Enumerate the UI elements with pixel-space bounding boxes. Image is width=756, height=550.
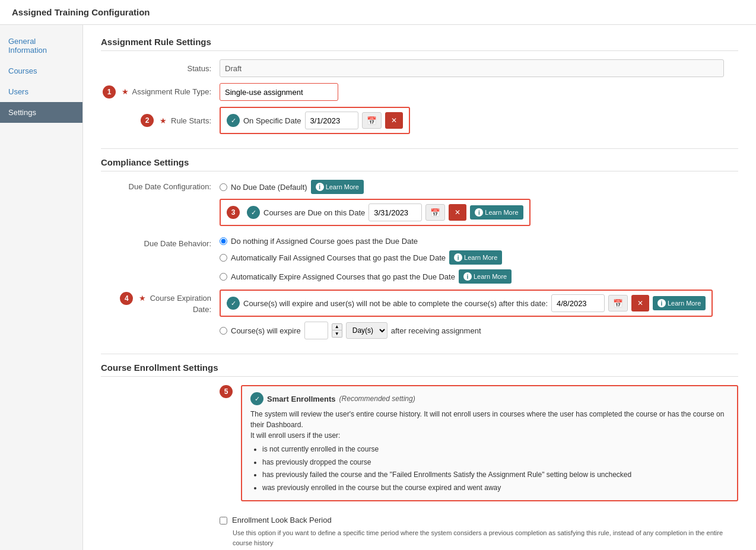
days-spinner: ▲ ▼ (332, 323, 342, 338)
info-icon-2: i (475, 208, 483, 217)
rule-starts-label: 2 ★ Rule Starts: (101, 114, 220, 127)
learn-more-button-3[interactable]: i Learn More (449, 250, 502, 265)
expiration-date-input[interactable] (551, 294, 605, 312)
step-badge-3: 3 (227, 206, 240, 219)
step-badge-1: 1 (103, 85, 116, 98)
due-date-behavior-row: Due Date Behavior: Do nothing if Assigne… (101, 237, 738, 284)
courses-due-box: 3 ✓ Courses are Due on this Date 📅 ✕ i L… (220, 199, 531, 226)
smart-enrollment-row: 5 ✓ Smart Enrollments (Recommended setti… (220, 385, 738, 507)
learn-more-button-2[interactable]: i Learn More (470, 205, 523, 220)
courses-due-calendar-button[interactable]: 📅 (425, 204, 445, 221)
course-expiration-label: 4 ★ Course Expiration Date: (101, 290, 220, 314)
page-title: Assigned Training Configuration (12, 7, 150, 17)
info-icon-1: i (316, 183, 324, 191)
info-icon-4: i (463, 272, 472, 281)
sidebar-item-courses[interactable]: Courses (0, 61, 82, 81)
smart-enrollment-title: Smart Enrollments (267, 395, 336, 403)
lookback-checkbox[interactable] (220, 517, 227, 524)
no-due-date-radio[interactable] (220, 183, 227, 191)
due-date-behavior-label: Due Date Behavior: (101, 237, 220, 248)
rule-starts-calendar-button[interactable]: 📅 (362, 112, 382, 129)
courses-due-label: Courses are Due on this Date (263, 208, 365, 217)
no-due-date-row: No Due Date (Default) i Learn More (220, 180, 531, 194)
rule-type-row: 1 ★ Assignment Rule Type: (101, 83, 738, 101)
assignment-rule-settings-section: Assignment Rule Settings Status: 1 ★ Ass… (101, 37, 738, 134)
behavior-option3-radio[interactable] (220, 273, 227, 281)
courses-will-expire-label: Course(s) will expire (231, 326, 301, 335)
behavior-option2-radio[interactable] (220, 254, 227, 262)
smart-bullet-3: has previously failed the course and the… (262, 469, 729, 482)
smart-enrollment-desc1: The system will review the user's entire… (250, 409, 729, 430)
smart-enrollment-header: ✓ Smart Enrollments (Recommended setting… (250, 392, 729, 405)
enrollment-settings-section: Course Enrollment Settings 5 ✓ Smart Enr… (101, 363, 738, 550)
smart-bullet-2: has previously dropped the course (262, 456, 729, 469)
learn-more-button-5[interactable]: i Learn More (653, 296, 706, 310)
days-decrement-button[interactable]: ▼ (332, 330, 342, 338)
page-wrapper: Assigned Training Configuration General … (0, 0, 756, 550)
expiration-clear-button[interactable]: ✕ (631, 295, 649, 311)
step-badge-5: 5 (220, 385, 233, 398)
courses-due-row: 3 ✓ Courses are Due on this Date 📅 ✕ i L… (220, 199, 531, 226)
expiration-calendar-button[interactable]: 📅 (608, 295, 628, 311)
required-star-2: ★ (160, 116, 167, 125)
course-expiration-options: ✓ Course(s) will expire and user(s) will… (220, 290, 713, 339)
behavior-option1-radio[interactable] (220, 237, 227, 245)
compliance-settings-section: Compliance Settings Due Date Configurati… (101, 157, 738, 339)
behavior-option2-row: Automatically Fail Assigned Courses that… (220, 250, 512, 265)
smart-bullet-4: was previously enrolled in the course bu… (262, 482, 729, 495)
courses-will-expire-radio[interactable] (220, 327, 227, 335)
required-star-4: ★ (139, 294, 146, 303)
course-expiration-row: 4 ★ Course Expiration Date: ✓ Course(s) … (101, 290, 738, 339)
course-expiration-box: ✓ Course(s) will expire and user(s) will… (220, 290, 713, 317)
compliance-settings-title: Compliance Settings (101, 157, 738, 171)
divider-2 (101, 354, 738, 354)
smart-enrollment-box: ✓ Smart Enrollments (Recommended setting… (241, 385, 738, 501)
main-layout: General Information Courses Users Settin… (0, 25, 756, 550)
due-date-config-row: Due Date Configuration: No Due Date (Def… (101, 180, 738, 231)
rule-starts-check-icon: ✓ (227, 114, 240, 127)
sidebar-item-users[interactable]: Users (0, 81, 82, 102)
days-unit-select[interactable]: Day(s) (346, 322, 387, 339)
courses-due-check-icon: ✓ (247, 206, 260, 219)
assignment-rule-settings-title: Assignment Rule Settings (101, 37, 738, 51)
lookback-area: Enrollment Look Back Period Use this opt… (220, 516, 738, 548)
status-label: Status: (101, 64, 220, 73)
expiration-desc-label: Course(s) will expire and user(s) will n… (243, 299, 548, 308)
step-badge-2: 2 (141, 114, 154, 127)
rule-starts-date-input[interactable] (305, 112, 358, 129)
no-due-date-label: No Due Date (Default) (231, 183, 307, 192)
due-date-config-label: Due Date Configuration: (101, 180, 220, 191)
sidebar: General Information Courses Users Settin… (0, 25, 83, 550)
learn-more-button-1[interactable]: i Learn More (311, 180, 364, 194)
learn-more-button-4[interactable]: i Learn More (459, 269, 512, 284)
days-increment-button[interactable]: ▲ (332, 323, 342, 330)
smart-enrollment-desc2: It will enroll users if the user: (250, 430, 729, 441)
info-icon-3: i (454, 253, 462, 262)
behavior-option1-label: Do nothing if Assigned Course goes past … (231, 237, 418, 246)
behavior-option2-label: Automatically Fail Assigned Courses that… (231, 253, 446, 262)
rule-starts-row: 2 ★ Rule Starts: ✓ On Specific Date 📅 ✕ (101, 107, 738, 134)
status-row: Status: (101, 59, 738, 77)
status-input (220, 59, 724, 77)
days-value-input[interactable] (304, 322, 328, 339)
rule-type-input[interactable] (220, 83, 338, 101)
smart-enrollment-subtitle: (Recommended setting) (339, 395, 415, 403)
behavior-option3-row: Automatically Expire Assigned Courses th… (220, 269, 512, 284)
sidebar-item-settings[interactable]: Settings (0, 102, 82, 123)
smart-check-icon: ✓ (250, 392, 263, 405)
sidebar-item-general-information[interactable]: General Information (0, 31, 82, 61)
smart-enrollment-area: 5 ✓ Smart Enrollments (Recommended setti… (220, 385, 738, 507)
divider-1 (101, 148, 738, 149)
enrollment-settings-title: Course Enrollment Settings (101, 363, 738, 377)
smart-enrollment-list: is not currently enrolled in the course … (250, 443, 729, 494)
lookback-desc: Use this option if you want to define a … (233, 528, 738, 548)
required-star-1: ★ (122, 87, 129, 96)
due-date-behavior-options: Do nothing if Assigned Course goes past … (220, 237, 512, 284)
courses-due-clear-button[interactable]: ✕ (449, 204, 466, 221)
step-badge-4: 4 (120, 292, 133, 305)
page-title-bar: Assigned Training Configuration (0, 0, 756, 25)
info-icon-5: i (657, 299, 666, 307)
courses-due-date-input[interactable] (369, 204, 422, 221)
rule-starts-clear-button[interactable]: ✕ (385, 112, 403, 129)
behavior-option1-row: Do nothing if Assigned Course goes past … (220, 237, 512, 246)
